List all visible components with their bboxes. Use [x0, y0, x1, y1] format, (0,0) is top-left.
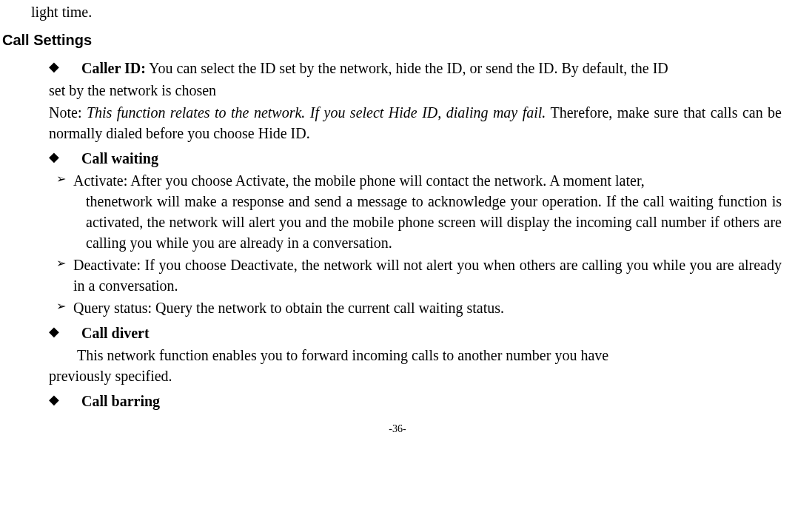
call-divert-line2: previously specified. — [49, 366, 782, 386]
diamond-icon: ◆ — [49, 148, 59, 166]
note-label: Note: — [49, 104, 87, 121]
call-waiting-label: Call waiting — [81, 148, 782, 169]
caller-id-label: Caller ID: — [81, 60, 146, 76]
caller-id-body2: set by the network is chosen — [49, 80, 782, 101]
call-divert-line1: This network function enables you to for… — [77, 345, 782, 366]
diamond-icon: ◆ — [49, 391, 59, 409]
activate-item: ➢ Activate: After you choose Activate, t… — [56, 170, 782, 191]
call-settings-heading: Call Settings — [2, 30, 782, 50]
document-page: light time. Call Settings ◆ Caller ID: Y… — [0, 0, 795, 444]
chevron-icon: ➢ — [56, 297, 66, 315]
page-number: -36- — [13, 422, 782, 437]
caller-id-text: Caller ID: You can select the ID set by … — [81, 58, 782, 78]
caller-id-body1: You can select the ID set by the network… — [146, 60, 668, 76]
note-italic: This function relates to the network. If… — [87, 104, 546, 121]
deactivate-item: ➢ Deactivate: If you choose Deactivate, … — [56, 255, 782, 296]
activate-text1: Activate: After you choose Activate, the… — [73, 170, 782, 191]
diamond-icon: ◆ — [49, 323, 59, 341]
divert-wrap: This network function enables you to for… — [77, 347, 608, 363]
chevron-icon: ➢ — [56, 255, 66, 272]
fragment-top-text: light time. — [31, 1, 782, 22]
call-divert-item: ◆ Call divert — [49, 323, 782, 343]
activate-text2: thenetwork will make a response and send… — [86, 191, 782, 253]
caller-id-item: ◆ Caller ID: You can select the ID set b… — [49, 58, 782, 78]
diamond-icon: ◆ — [49, 58, 59, 76]
call-waiting-item: ◆ Call waiting — [49, 148, 782, 169]
content-block: ◆ Caller ID: You can select the ID set b… — [49, 58, 782, 411]
caller-id-note: Note: This function relates to the netwo… — [49, 102, 782, 144]
call-barring-item: ◆ Call barring — [49, 391, 782, 411]
query-item: ➢ Query status: Query the network to obt… — [56, 297, 782, 318]
deactivate-text: Deactivate: If you choose Deactivate, th… — [73, 255, 782, 296]
chevron-icon: ➢ — [56, 170, 66, 188]
call-barring-label: Call barring — [81, 391, 782, 411]
call-divert-label: Call divert — [81, 323, 782, 343]
query-text: Query status: Query the network to obtai… — [73, 297, 782, 318]
